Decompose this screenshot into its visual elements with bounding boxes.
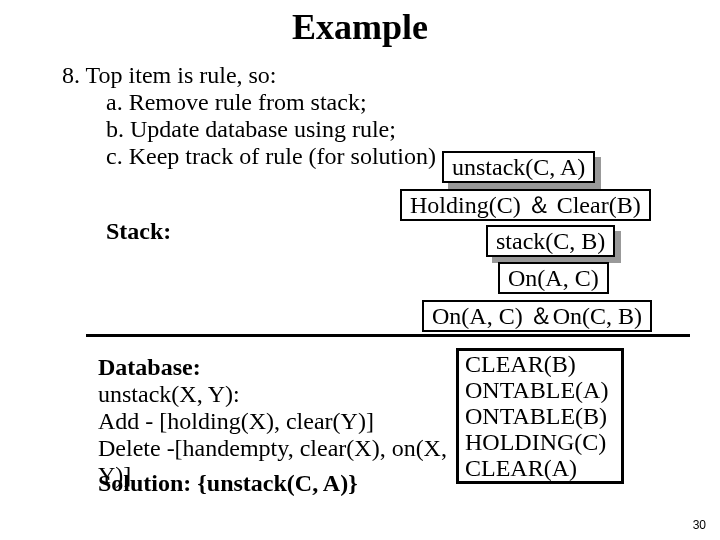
- bullet-8a: a. Remove rule from stack;: [106, 89, 702, 116]
- stack-box-holding-clear: Holding(C) ＆ Clear(B): [400, 189, 651, 221]
- stack-box-goal: On(A, C) ＆On(C, B): [422, 300, 652, 332]
- stack-box-stackcb: stack(C, B): [486, 225, 615, 257]
- database-block: Database: unstack(X, Y): Add - [holding(…: [98, 354, 478, 488]
- solution-line: Solution: {unstack(C, A)}: [98, 470, 358, 497]
- stack-bottom-text: On(A, C) ＆On(C, B): [432, 303, 642, 329]
- db-state-2: ONTABLE(A): [465, 377, 615, 403]
- bullet-8b: b. Update database using rule;: [106, 116, 702, 143]
- slide: Example 8. Top item is rule, so: a. Remo…: [0, 0, 720, 540]
- database-label: Database:: [98, 354, 201, 380]
- stack-box-unstack-text: unstack(C, A): [442, 151, 595, 183]
- slide-title: Example: [0, 0, 720, 48]
- db-state-4: HOLDING(C): [465, 429, 615, 455]
- stack-row2-text: Holding(C) ＆ Clear(B): [410, 192, 641, 218]
- divider: [86, 334, 690, 337]
- db-state-1: CLEAR(B): [465, 351, 615, 377]
- database-line2: Add - [holding(X), clear(Y)]: [98, 408, 478, 435]
- bullet-8-header: 8. Top item is rule, so:: [62, 62, 702, 89]
- stack-box-unstack: unstack(C, A): [442, 151, 595, 183]
- db-state-3: ONTABLE(B): [465, 403, 615, 429]
- database-line1: unstack(X, Y):: [98, 381, 478, 408]
- stack-box-on-ac: On(A, C): [498, 262, 609, 294]
- page-number: 30: [693, 518, 706, 532]
- stack-box-stackcb-text: stack(C, B): [486, 225, 615, 257]
- db-state-5: CLEAR(A): [465, 455, 615, 481]
- stack-row4-text: On(A, C): [508, 265, 599, 291]
- bullet-8: 8. Top item is rule, so: a. Remove rule …: [62, 62, 702, 170]
- bullet-8c: c. Keep track of rule (for solution): [106, 143, 436, 170]
- database-state-box: CLEAR(B) ONTABLE(A) ONTABLE(B) HOLDING(C…: [456, 348, 624, 484]
- stack-label: Stack:: [106, 218, 171, 245]
